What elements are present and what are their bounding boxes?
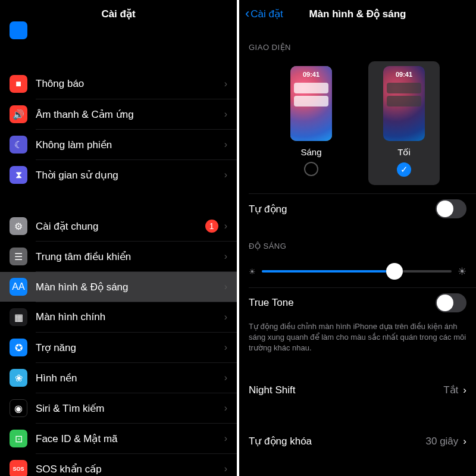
row-label: Âm thanh & Cảm ứng bbox=[36, 108, 224, 121]
preview-time: 09:41 bbox=[290, 71, 332, 78]
settings-row-control-center[interactable]: ☰Trung tâm điều khiển› bbox=[0, 242, 237, 271]
chevron-right-icon: › bbox=[224, 79, 227, 89]
display-brightness-pane: ‹ Cài đặt Màn hình & Độ sáng GIAO DIỆN 0… bbox=[239, 0, 476, 476]
chevron-right-icon: › bbox=[224, 139, 227, 150]
general-icon: ⚙ bbox=[10, 217, 27, 235]
truetone-toggle[interactable] bbox=[436, 293, 466, 312]
row-label: Trung tâm điều khiển bbox=[36, 250, 224, 263]
brightness-section-title: ĐỘ SÁNG bbox=[239, 242, 476, 250]
light-radio[interactable] bbox=[304, 162, 318, 176]
chevron-right-icon: › bbox=[224, 170, 227, 180]
sos-icon: SOS bbox=[10, 460, 27, 476]
chevron-right-icon: › bbox=[463, 384, 466, 396]
appearance-picker: 09:41 Sáng 09:41 Tối ✓ bbox=[239, 57, 476, 193]
settings-row-sounds[interactable]: 🔊Âm thanh & Cảm ứng› bbox=[0, 99, 237, 129]
settings-row-sos[interactable]: SOSSOS khẩn cấp› bbox=[0, 454, 237, 476]
back-button[interactable]: ‹ Cài đặt bbox=[245, 0, 283, 27]
settings-row-dnd[interactable]: ☾Không làm phiền› bbox=[0, 130, 237, 159]
truetone-footnote: Tự động điều chỉnh màn hình iPhone dựa t… bbox=[239, 318, 476, 364]
dnd-icon: ☾ bbox=[10, 136, 27, 154]
brightness-slider-row: ☀ ☀ bbox=[239, 255, 476, 287]
autolock-row[interactable]: Tự động khóa 30 giây › bbox=[239, 427, 476, 456]
settings-list-pane: Cài đặt ■Thông báo›🔊Âm thanh & Cảm ứng›☾… bbox=[0, 0, 237, 476]
row-label: Hình nền bbox=[36, 372, 224, 384]
row-label: SOS khẩn cấp bbox=[36, 463, 224, 475]
chevron-right-icon: › bbox=[224, 433, 227, 444]
chevron-left-icon: ‹ bbox=[245, 7, 249, 20]
truetone-label: True Tone bbox=[249, 297, 436, 309]
screentime-icon: ⧗ bbox=[10, 166, 27, 184]
accessibility-icon: ✪ bbox=[10, 339, 27, 356]
vpn-row-partial[interactable] bbox=[0, 27, 237, 48]
row-label: Face ID & Mật mã bbox=[36, 433, 224, 445]
control-center-icon: ☰ bbox=[10, 248, 27, 265]
homescreen-icon: ▦ bbox=[10, 308, 27, 326]
chevron-right-icon: › bbox=[224, 281, 227, 292]
back-label: Cài đặt bbox=[250, 8, 283, 20]
chevron-right-icon: › bbox=[224, 251, 227, 262]
nightshift-label: Night Shift bbox=[249, 384, 443, 396]
brightness-slider[interactable] bbox=[262, 262, 452, 280]
notifications-icon: ■ bbox=[10, 75, 27, 93]
preview-time: 09:41 bbox=[383, 71, 425, 78]
nightshift-value: Tắt bbox=[443, 384, 458, 396]
dark-label: Tối bbox=[397, 147, 411, 158]
chevron-right-icon: › bbox=[224, 403, 227, 414]
sounds-icon: 🔊 bbox=[10, 105, 27, 123]
appearance-light-option[interactable]: 09:41 Sáng bbox=[275, 61, 347, 185]
row-label: Cài đặt chung bbox=[36, 220, 205, 233]
chevron-right-icon: › bbox=[463, 436, 466, 447]
wallpaper-icon: ❀ bbox=[10, 369, 27, 387]
row-label: Màn hình chính bbox=[36, 311, 224, 323]
settings-row-accessibility[interactable]: ✪Trợ năng› bbox=[0, 333, 237, 362]
settings-row-faceid[interactable]: ⊡Face ID & Mật mã› bbox=[0, 424, 237, 453]
badge: 1 bbox=[205, 220, 218, 233]
settings-row-display[interactable]: AAMàn hình & Độ sáng› bbox=[0, 272, 237, 302]
settings-row-wallpaper[interactable]: ❀Hình nền› bbox=[0, 363, 237, 393]
row-label: Màn hình & Độ sáng bbox=[36, 281, 224, 293]
autolock-label: Tự động khóa bbox=[249, 435, 426, 447]
chevron-right-icon: › bbox=[224, 221, 227, 231]
vpn-icon bbox=[10, 21, 27, 39]
row-label: Thông báo bbox=[36, 78, 224, 90]
sun-large-icon: ☀ bbox=[458, 265, 466, 278]
settings-title: Cài đặt bbox=[101, 8, 135, 20]
truetone-row: True Tone bbox=[239, 288, 476, 318]
row-label: Thời gian sử dụng bbox=[36, 169, 224, 181]
appearance-section-title: GIAO DIỆN bbox=[239, 43, 476, 52]
settings-row-homescreen[interactable]: ▦Màn hình chính› bbox=[0, 302, 237, 332]
row-label: Không làm phiền bbox=[36, 139, 224, 151]
autolock-value: 30 giây bbox=[426, 436, 459, 447]
detail-header: ‹ Cài đặt Màn hình & Độ sáng bbox=[239, 0, 476, 27]
nightshift-row[interactable]: Night Shift Tắt › bbox=[239, 375, 476, 405]
settings-row-screentime[interactable]: ⧗Thời gian sử dụng› bbox=[0, 160, 237, 190]
chevron-right-icon: › bbox=[224, 464, 227, 474]
light-preview: 09:41 bbox=[290, 66, 332, 141]
display-icon: AA bbox=[10, 278, 27, 296]
settings-header: Cài đặt bbox=[0, 0, 237, 27]
light-label: Sáng bbox=[300, 147, 321, 157]
settings-row-general[interactable]: ⚙Cài đặt chung1› bbox=[0, 211, 237, 241]
faceid-icon: ⊡ bbox=[10, 430, 27, 447]
row-label: Siri & Tìm kiếm bbox=[36, 402, 224, 415]
automatic-row: Tự động bbox=[239, 194, 476, 224]
settings-row-notifications[interactable]: ■Thông báo› bbox=[0, 69, 237, 99]
row-label: Trợ năng bbox=[36, 342, 224, 354]
automatic-label: Tự động bbox=[249, 203, 436, 215]
automatic-toggle[interactable] bbox=[436, 199, 466, 218]
dark-radio[interactable]: ✓ bbox=[397, 162, 411, 177]
detail-title: Màn hình & Độ sáng bbox=[309, 8, 406, 20]
sun-small-icon: ☀ bbox=[249, 267, 256, 276]
siri-icon: ◉ bbox=[10, 399, 27, 417]
chevron-right-icon: › bbox=[224, 372, 227, 383]
chevron-right-icon: › bbox=[224, 312, 227, 322]
dark-preview: 09:41 bbox=[383, 66, 425, 141]
appearance-dark-option[interactable]: 09:41 Tối ✓ bbox=[368, 61, 440, 185]
settings-row-siri[interactable]: ◉Siri & Tìm kiếm› bbox=[0, 393, 237, 423]
chevron-right-icon: › bbox=[224, 342, 227, 353]
chevron-right-icon: › bbox=[224, 109, 227, 120]
